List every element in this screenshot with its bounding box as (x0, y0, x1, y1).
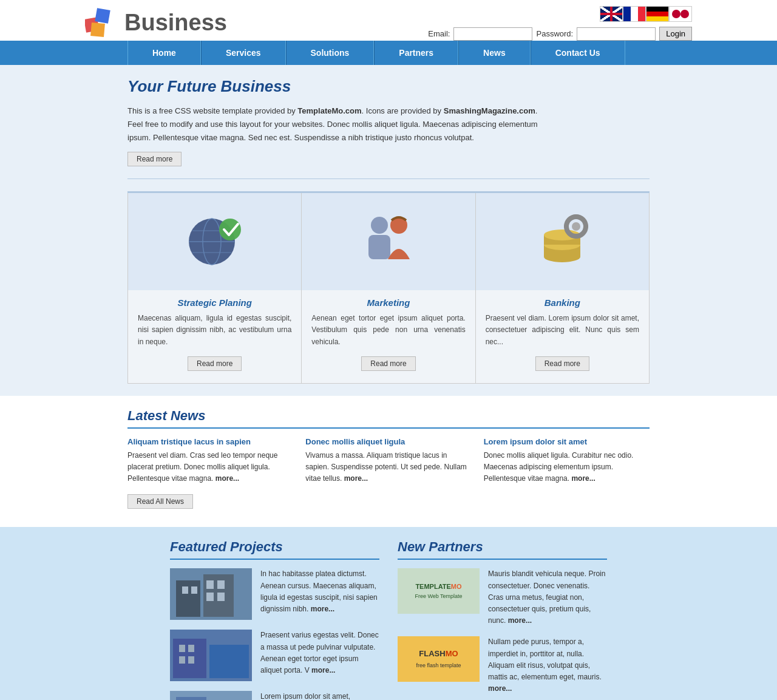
news-1-headline[interactable]: Aliquam tristique lacus in sapien (127, 437, 293, 446)
news-2-more[interactable]: more... (344, 474, 368, 483)
password-input[interactable] (577, 27, 656, 41)
partner-logo-1[interactable]: TEMPLATEMOFree Web Template (398, 568, 480, 614)
svg-rect-38 (188, 656, 194, 664)
feature-1-read-more[interactable]: Read more (188, 356, 242, 371)
partner-1-more[interactable]: more... (508, 616, 532, 625)
svg-rect-36 (188, 645, 194, 652)
feature-2-body: Aenean eget tortor eget ipsum aliquet po… (302, 313, 475, 348)
feature-card-3: Banking Praesent vel diam. Lorem ipsum d… (476, 193, 650, 384)
project-thumb-3 (170, 691, 252, 700)
news-item-1: Aliquam tristique lacus in sapien Praese… (127, 437, 305, 485)
svg-rect-28 (206, 580, 214, 589)
partner-item-2: FLASHMOfree flash template Nullam pede p… (398, 636, 607, 695)
project-item-1: In hac habitasse platea dictumst. Aenean… (170, 568, 379, 620)
hero-section: Your Future Business This is a free CSS … (0, 65, 777, 191)
news-3-body: Donec mollis aliquet ligula. Curabitur n… (484, 450, 650, 485)
feature-2-read-more[interactable]: Read more (361, 356, 415, 371)
svg-point-18 (572, 222, 580, 231)
news-3-headline[interactable]: Lorem ipsum dolor sit amet (484, 437, 650, 446)
partner-item-1: TEMPLATEMOFree Web Template Mauris bland… (398, 568, 607, 627)
main-nav: Home Services Solutions Partners News Co… (0, 41, 777, 65)
flags-row (600, 6, 692, 22)
project-1-text: In hac habitasse platea dictumst. Aenean… (260, 568, 379, 615)
project-1-more[interactable]: more... (311, 605, 334, 613)
partner-logo-2[interactable]: FLASHMOfree flash template (398, 636, 480, 682)
nav-contact[interactable]: Contact Us (531, 41, 625, 65)
email-input[interactable] (453, 27, 532, 41)
hero-body: This is a free CSS website template prov… (127, 104, 540, 144)
svg-rect-24 (176, 580, 200, 617)
news-2-body: Vivamus a massa. Aliquam tristique lacus… (305, 450, 471, 485)
svg-rect-31 (217, 593, 225, 601)
logo-text: Business (124, 10, 227, 36)
news-1-more[interactable]: more... (215, 474, 239, 483)
nav-partners[interactable]: Partners (374, 41, 458, 65)
feature-3-read-more[interactable]: Read more (535, 356, 589, 371)
project-item-2: Praesent varius egestas velit. Donec a m… (170, 630, 379, 681)
read-all-news-btn[interactable]: Read All News (127, 494, 193, 509)
svg-point-8 (219, 219, 241, 240)
nav-news[interactable]: News (458, 41, 531, 65)
hero-read-more[interactable]: Read more (127, 152, 182, 166)
nav-home[interactable]: Home (127, 41, 201, 65)
svg-rect-2 (90, 22, 105, 37)
flag-uk[interactable] (600, 6, 623, 22)
svg-rect-40 (176, 697, 206, 700)
svg-rect-21 (564, 225, 569, 228)
flag-jp[interactable] (669, 6, 692, 22)
latest-news-title: Latest News (127, 408, 650, 429)
svg-rect-30 (206, 593, 214, 601)
svg-point-9 (371, 217, 388, 234)
feature-3-body: Praesent vel diam. Lorem ipsum dolor sit… (476, 313, 649, 348)
new-partners-col: New Partners TEMPLATEMOFree Web Template… (398, 539, 607, 700)
feature-card-2: Marketing Aenean eget tortor eget ipsum … (302, 193, 475, 384)
feature-2-title: Marketing (302, 297, 475, 308)
featured-projects-title: Featured Projects (170, 539, 379, 560)
banking-icon (529, 208, 595, 275)
new-partners-title: New Partners (398, 539, 607, 560)
project-thumb-1 (170, 568, 252, 620)
project-thumb-2 (170, 630, 252, 681)
project-2-text: Praesent varius egestas velit. Donec a m… (260, 630, 379, 676)
svg-rect-1 (95, 8, 110, 23)
svg-rect-34 (209, 645, 249, 678)
svg-rect-20 (574, 234, 578, 239)
logo-area: Business (85, 6, 227, 39)
featured-projects-col: Featured Projects In hac ha (170, 539, 379, 700)
feature-1-body: Maecenas aliquam, ligula id egestas susc… (128, 313, 301, 348)
news-item-3: Lorem ipsum dolor sit amet Donec mollis … (484, 437, 650, 485)
svg-rect-35 (179, 645, 185, 652)
project-item-3: Lorem ipsum dolor sit amet, consectetuer… (170, 691, 379, 700)
features-section: Strategic Planing Maecenas aliquam, ligu… (0, 191, 777, 396)
password-label: Password: (536, 29, 573, 38)
nav-services[interactable]: Services (201, 41, 286, 65)
people-icon (355, 208, 422, 275)
logo-icon (85, 6, 118, 39)
svg-rect-22 (583, 225, 588, 228)
feature-card-1: Strategic Planing Maecenas aliquam, ligu… (127, 193, 302, 384)
login-button[interactable]: Login (659, 27, 692, 41)
project-2-more[interactable]: more... (311, 666, 335, 675)
news-2-headline[interactable]: Donec mollis aliquet ligula (305, 437, 471, 446)
news-1-body: Praesent vel diam. Cras sed leo tempor n… (127, 450, 293, 485)
feature-1-title: Strategic Planing (128, 297, 301, 308)
svg-rect-26 (182, 586, 188, 594)
feature-3-title: Banking (476, 297, 649, 308)
partner-2-text: Nullam pede purus, tempor a, imperdiet i… (488, 636, 607, 695)
flag-de[interactable] (646, 6, 669, 22)
svg-rect-10 (368, 235, 390, 259)
flag-fr[interactable] (623, 6, 646, 22)
partner-2-more[interactable]: more... (488, 684, 512, 693)
news-3-more[interactable]: more... (571, 474, 595, 483)
news-item-2: Donec mollis aliquet ligula Vivamus a ma… (305, 437, 483, 485)
svg-rect-27 (191, 586, 197, 594)
hero-title: Your Future Business (127, 77, 650, 96)
svg-rect-37 (179, 656, 185, 664)
svg-rect-29 (217, 580, 225, 589)
login-row: Email: Password: Login (428, 27, 692, 41)
email-label: Email: (428, 29, 450, 38)
project-3-text: Lorem ipsum dolor sit amet, consectetuer… (260, 691, 379, 700)
nav-solutions[interactable]: Solutions (286, 41, 375, 65)
partner-1-text: Mauris blandit vehicula neque. Proin con… (488, 568, 607, 627)
bottom-section: Featured Projects In hac ha (0, 527, 777, 700)
